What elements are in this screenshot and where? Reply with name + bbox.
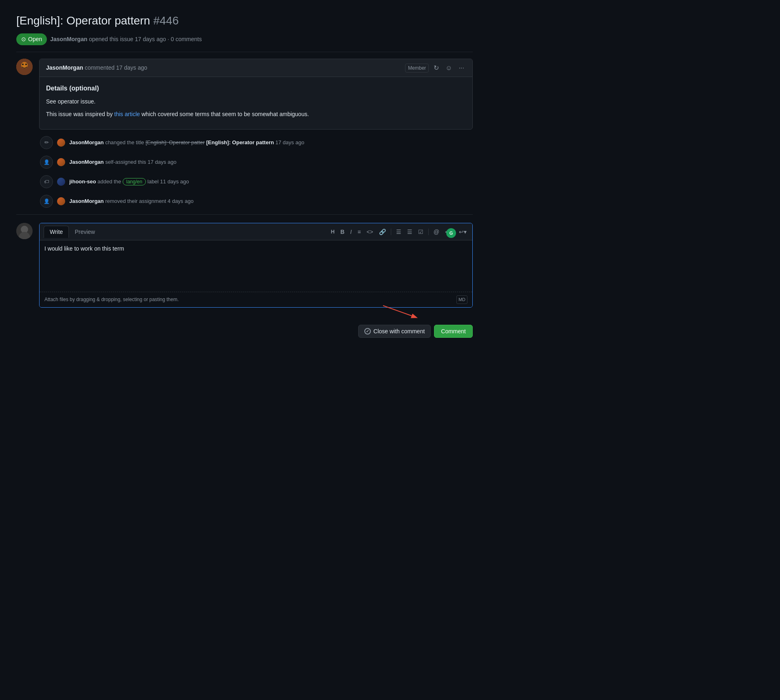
comment-body-title: Details (optional) — [46, 84, 466, 93]
close-check-icon: ✓ — [364, 328, 371, 335]
member-badge: Member — [405, 64, 429, 73]
numbers-button[interactable]: ☰ — [405, 228, 414, 236]
issue-title: [English]: Operator pattern #446 — [16, 12, 473, 29]
arrow-area — [39, 308, 473, 320]
activity-title-change: ✏ JasonMorgan changed the title [English… — [37, 136, 473, 149]
activity-time-1: 17 days ago — [275, 139, 304, 145]
activity-time-3: 11 days ago — [160, 178, 189, 185]
attach-hint: Attach files by dragging & dropping, sel… — [44, 296, 179, 303]
svg-point-1 — [21, 62, 28, 68]
toolbar-divider-2 — [428, 229, 429, 235]
issue-author[interactable]: JasonMorgan — [50, 36, 87, 42]
comment-time: 17 days ago — [116, 64, 147, 71]
svg-point-2 — [22, 64, 24, 65]
lang-badge[interactable]: lang/en — [123, 178, 146, 185]
comment-action: commented — [85, 64, 115, 71]
activity-text-1: JasonMorgan changed the title [English]:… — [69, 139, 304, 147]
preview-tab[interactable]: Preview — [69, 226, 101, 238]
write-area-wrapper: G — [40, 240, 472, 292]
comment-body-prefix: This issue was inspired by — [46, 111, 114, 117]
activity-avatar-4 — [57, 197, 65, 205]
comment-button[interactable]: Comment — [434, 325, 473, 338]
activity-text-2: JasonMorgan self-assigned this 17 days a… — [69, 158, 176, 166]
heading-button[interactable]: H — [329, 228, 336, 236]
italic-button[interactable]: I — [348, 228, 353, 236]
action-buttons: ✓ Close with comment Comment — [39, 325, 473, 338]
issue-comments-count: 0 comments — [171, 36, 202, 42]
commenter-avatar — [16, 59, 33, 75]
activity-actor-3[interactable]: jihoon-seo — [69, 178, 96, 185]
issue-meta: ⊙ Open JasonMorgan opened this issue 17 … — [16, 33, 473, 45]
activity-text-4: JasonMorgan removed their assignment 4 d… — [69, 197, 194, 205]
comment-header-left: JasonMorgan commented 17 days ago — [46, 64, 147, 72]
issue-title-text: [English]: Operator pattern — [16, 14, 150, 27]
write-tabs: Write Preview H B I ≡ <> 🔗 ☰ ☰ ☑ @ ⟵ — [40, 223, 472, 240]
activity-time-2: 17 days ago — [148, 159, 176, 165]
activity-avatar-3 — [57, 178, 65, 186]
task-button[interactable]: ☑ — [416, 228, 425, 236]
issue-time: 17 days ago — [135, 36, 166, 42]
quote-button[interactable]: ≡ — [356, 228, 362, 236]
write-tab[interactable]: Write — [44, 226, 69, 238]
activity-actor-1[interactable]: JasonMorgan — [69, 139, 104, 145]
undo-button[interactable]: ↩▾ — [457, 228, 468, 236]
label-icon: 🏷 — [40, 175, 53, 188]
svg-point-3 — [25, 64, 27, 65]
header-divider — [16, 52, 473, 52]
comment-article-link[interactable]: this article — [114, 111, 140, 117]
comment-header-right: Member ↻ ☺ ··· — [405, 63, 466, 73]
tab-group: Write Preview — [44, 226, 101, 238]
activity-text-3: jihoon-seo added the lang/en label 11 da… — [69, 178, 189, 186]
reaction-refresh-button[interactable]: ↻ — [432, 63, 441, 73]
activity-time-4: 4 days ago — [167, 198, 194, 204]
more-options-button[interactable]: ··· — [457, 64, 466, 73]
issue-separator: · — [167, 36, 169, 42]
activity-actor-2[interactable]: JasonMorgan — [69, 159, 104, 165]
status-text: Open — [28, 35, 42, 44]
main-comment-box: JasonMorgan commented 17 days ago Member… — [39, 59, 473, 130]
issue-meta-text: JasonMorgan opened this issue 17 days ag… — [50, 35, 202, 44]
activity-avatar-1 — [57, 139, 65, 147]
toolbar-divider-1 — [391, 229, 391, 235]
person-icon-1: 👤 — [40, 156, 53, 169]
old-title: [English]: Operator patter — [145, 139, 205, 145]
issue-action: opened this issue — [89, 36, 133, 42]
comment-textarea[interactable] — [40, 240, 472, 289]
write-section: Write Preview H B I ≡ <> 🔗 ☰ ☰ ☑ @ ⟵ — [16, 223, 473, 338]
comment-body-line2: This issue was inspired by this article … — [46, 110, 466, 119]
pencil-icon: ✏ — [40, 136, 53, 149]
emoji-button[interactable]: ☺ — [444, 64, 454, 73]
issue-number: #446 — [153, 14, 178, 27]
bullets-button[interactable]: ☰ — [394, 228, 403, 236]
comment-body-line1: See operator issue. — [46, 97, 466, 106]
svg-line-8 — [383, 306, 412, 316]
comment-header: JasonMorgan commented 17 days ago Member… — [40, 59, 472, 77]
link-button[interactable]: 🔗 — [377, 228, 388, 236]
person-icon-2: 👤 — [40, 195, 53, 208]
activity-self-assign: 👤 JasonMorgan self-assigned this 17 days… — [37, 156, 473, 169]
close-comment-label: Close with comment — [373, 328, 425, 335]
current-user-avatar — [16, 223, 33, 239]
comment-body-suffix: which covered some terms that seem to be… — [140, 111, 309, 117]
arrow-annotation — [375, 304, 424, 320]
bold-button[interactable]: B — [339, 228, 346, 236]
activity-label-add: 🏷 jihoon-seo added the lang/en label 11 … — [37, 175, 473, 188]
activity-avatar-2 — [57, 158, 65, 166]
new-title: [English]: Operator pattern — [206, 139, 274, 145]
markdown-icon: MD — [456, 295, 467, 304]
code-button[interactable]: <> — [365, 228, 375, 236]
write-box: Write Preview H B I ≡ <> 🔗 ☰ ☰ ☑ @ ⟵ — [39, 223, 473, 308]
activity-section: ✏ JasonMorgan changed the title [English… — [37, 136, 473, 208]
issue-header: [English]: Operator pattern #446 ⊙ Open … — [16, 12, 473, 45]
activity-unassign: 👤 JasonMorgan removed their assignment 4… — [37, 195, 473, 208]
main-comment-item: JasonMorgan commented 17 days ago Member… — [16, 59, 473, 130]
comment-body: Details (optional) See operator issue. T… — [40, 77, 472, 129]
grammarly-badge: G — [446, 228, 456, 238]
activity-divider — [16, 214, 473, 215]
mention-button[interactable]: @ — [432, 228, 441, 236]
close-with-comment-button[interactable]: ✓ Close with comment — [358, 325, 431, 338]
status-badge: ⊙ Open — [16, 33, 47, 45]
activity-actor-4[interactable]: JasonMorgan — [69, 198, 104, 204]
write-box-wrapper: Write Preview H B I ≡ <> 🔗 ☰ ☰ ☑ @ ⟵ — [39, 223, 473, 338]
comment-author[interactable]: JasonMorgan — [46, 64, 83, 71]
